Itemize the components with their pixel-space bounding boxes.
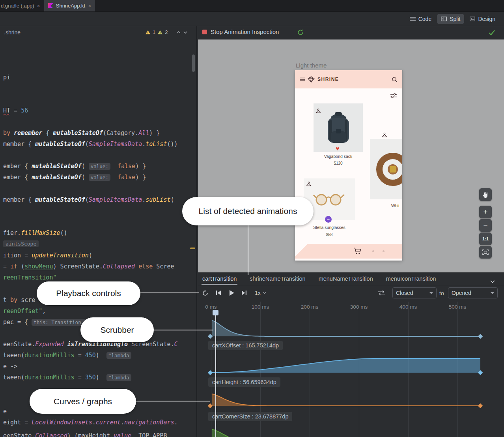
curve-label-cartHeight: cartHeight : 56.659634dp (208, 377, 280, 387)
callout-connector (136, 401, 210, 401)
timeline-tick-label: 0 ms (205, 304, 217, 310)
anim-tab-menuIconTransition[interactable]: menuIconTransition (386, 272, 436, 285)
android-studio-window: d.gradle (:app) × ShrineApp.kt × Code Sp… (0, 0, 504, 437)
code-line[interactable]: reenOffset", (3, 307, 46, 315)
chevron-down-icon (263, 292, 266, 294)
zoom-out-button[interactable]: − (479, 219, 492, 232)
pan-button[interactable] (479, 188, 492, 201)
hanger-icon (382, 132, 387, 139)
swap-states-button[interactable] (376, 288, 386, 298)
hand-icon (482, 191, 489, 198)
code-line[interactable]: e (3, 407, 7, 416)
timeline-gridline (457, 302, 458, 437)
timeline-tick-label: 400 ms (399, 304, 417, 310)
zoom-fit-button[interactable] (479, 246, 492, 259)
play-button[interactable] (226, 288, 237, 298)
bottom-app-bar[interactable] (295, 244, 402, 259)
view-mode-label: Code (418, 16, 431, 22)
code-line[interactable]: = if (showMenu) ScreenState.Collapsed el… (3, 263, 174, 271)
anim-tab-menuNameTransition[interactable]: menuNameTransition (319, 272, 373, 285)
from-state-select[interactable]: Closed (392, 287, 437, 298)
code-line[interactable]: aintsScope (3, 240, 39, 248)
view-mode-label: Split (450, 16, 460, 22)
timeline-gridline (359, 302, 359, 437)
code-line[interactable]: pec = { this: Transition.S (3, 318, 89, 326)
editor-scrollbar[interactable] (192, 54, 195, 72)
skip-to-end-button[interactable] (239, 288, 249, 298)
code-line[interactable]: ember { mutableStateOf( value: false) } (3, 173, 146, 182)
zoom-reset-button[interactable]: 1:1 (479, 233, 492, 245)
code-area[interactable]: piHT = 56by remember { mutableStateOf(Ca… (0, 0, 197, 437)
scrollbar-warning-mark[interactable] (190, 248, 195, 249)
shrine-logo-icon (308, 76, 315, 83)
page-dot (383, 250, 385, 252)
code-line[interactable]: reenTransition" (3, 274, 56, 282)
filter-icon[interactable] (390, 93, 397, 100)
chevron-down-icon (429, 292, 433, 294)
anim-tab-shrineNameTransition[interactable]: shrineNameTransition (250, 272, 305, 285)
product-price: $120 (314, 161, 363, 165)
product-name: Vagabond sack (314, 154, 363, 159)
scrubber-line[interactable] (215, 311, 216, 437)
code-line[interactable]: eight = LocalWindowInsets.current.naviga… (3, 418, 178, 427)
code-line[interactable]: member { mutableStateOf(SampleItemsData.… (3, 140, 178, 148)
to-state-value: Opened (452, 290, 471, 296)
favorite-heart-icon[interactable]: ♥ (336, 146, 340, 152)
callout-connector (248, 225, 248, 275)
refresh-button[interactable] (297, 29, 304, 38)
zoom-in-button[interactable]: + (479, 206, 492, 218)
code-line[interactable]: fier.fillMaxSize() (3, 229, 67, 237)
cart-icon[interactable] (353, 248, 361, 256)
code-line[interactable]: tween(durationMillis = 450) ^lambda (3, 351, 131, 360)
timeline-tick-label: 500 ms (449, 304, 466, 310)
from-state-value: Closed (396, 290, 413, 296)
product-image-belt[interactable] (370, 139, 402, 199)
avatar-badge (325, 216, 332, 223)
timeline-tick-label: 200 ms (301, 304, 318, 310)
skip-to-start-button[interactable] (213, 288, 224, 298)
replay-button[interactable] (200, 288, 210, 298)
code-line[interactable]: pi (3, 73, 10, 82)
code-line[interactable]: ition = updateTransition( (3, 251, 92, 260)
code-line[interactable]: ember { mutableStateOf( value: false) } (3, 162, 146, 171)
timeline-tick-label: 100 ms (252, 304, 269, 310)
phone-preview[interactable]: SHRINE ♥ Vagabond sack $120 (295, 70, 402, 261)
playback-speed-select[interactable]: 1x (255, 290, 266, 296)
callout-curves-graphs: Curves / graphs (30, 389, 136, 414)
code-line[interactable]: eenState.Collapsed) (maxHeight.value TOP… (3, 432, 167, 437)
stop-icon (202, 30, 207, 34)
timeline-gridline (310, 302, 310, 437)
to-label: to (439, 290, 444, 296)
skip-end-icon (241, 290, 247, 296)
product-name: Stella sunglasses (304, 225, 355, 230)
product-name: Whit (391, 203, 402, 208)
code-line[interactable]: e -> (3, 362, 17, 371)
skip-start-icon (216, 290, 221, 296)
success-check-icon (488, 29, 495, 37)
refresh-icon (297, 29, 304, 36)
tabs-overflow-chevron-icon[interactable] (490, 278, 495, 285)
code-line[interactable]: t by scre (3, 296, 35, 304)
code-line[interactable]: HT = 56 (3, 107, 28, 115)
stop-animation-inspection-button[interactable]: Stop Animation Inspection (202, 28, 279, 35)
code-view-button[interactable]: Code (406, 14, 435, 24)
search-icon[interactable] (392, 77, 398, 83)
scrubber-handle[interactable] (213, 310, 218, 315)
code-line[interactable]: tween(durationMillis = 350) ^lambda (3, 373, 131, 382)
shrine-app-bar: SHRINE (295, 70, 402, 88)
to-state-select[interactable]: Opened (448, 287, 498, 298)
menu-icon[interactable] (300, 77, 305, 81)
anim-tab-cartTransition[interactable]: cartTransition (202, 272, 237, 285)
chevron-down-icon (491, 292, 494, 294)
callout-list-of-detected-animations: List of detected animations (182, 197, 314, 225)
code-line[interactable]: member { mutableStateOf(SampleItemsData.… (3, 196, 174, 204)
design-view-button[interactable]: Design (466, 14, 499, 24)
speed-value: 1x (255, 290, 261, 296)
split-view-button[interactable]: Split (437, 14, 464, 24)
stop-label: Stop Animation Inspection (211, 28, 279, 35)
timeline-gridline (408, 302, 409, 437)
sunglasses-illustration (313, 193, 346, 206)
code-icon (410, 17, 416, 21)
callout-connector (140, 293, 199, 293)
code-line[interactable]: by remember { mutableStateOf(Category.Al… (3, 129, 160, 137)
